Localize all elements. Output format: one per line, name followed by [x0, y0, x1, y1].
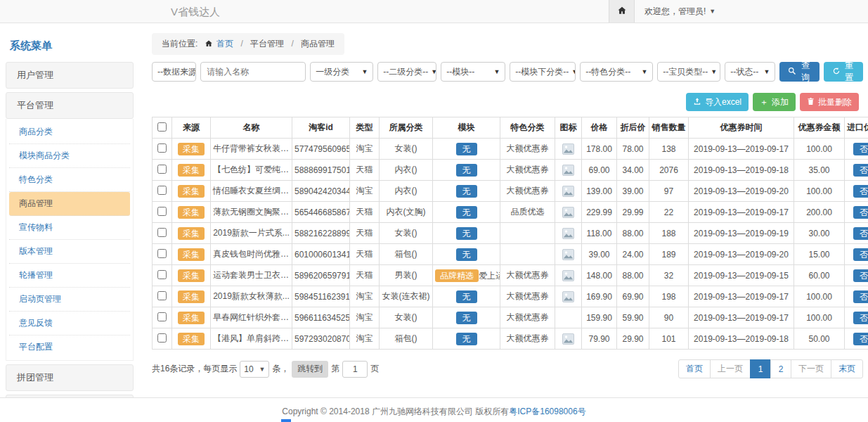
sidebar-subitem[interactable]: 模块商品分类: [9, 144, 130, 168]
module-cell: 无: [433, 139, 500, 160]
main-content: 当前位置: 首页 / 平台管理 / 商品管理 --数据来源--▼ 一级分类▼ -…: [148, 31, 863, 378]
filter-select[interactable]: --特色分类--▼: [580, 62, 653, 82]
row-checkbox[interactable]: [157, 312, 167, 321]
discount-price: 88.00: [617, 223, 649, 244]
sidebar-item-user-management[interactable]: 用户管理: [6, 62, 134, 89]
import-select-toggle[interactable]: 否: [853, 333, 868, 345]
module-badge: 无: [456, 206, 477, 219]
import-select-toggle[interactable]: 否: [853, 227, 868, 240]
filter-selects: 一级分类▼ --二级分类--▼ --模块--▼ --模块下分类--▼ --特色分…: [310, 62, 775, 82]
coupon-time: 2019-09-13—2019-09-17: [689, 286, 794, 307]
sidebar-subitem[interactable]: 商品管理: [9, 192, 130, 216]
filter-select[interactable]: --模块下分类--▼: [510, 62, 576, 82]
import-select-toggle[interactable]: 否: [853, 269, 868, 282]
sidebar-title: 系统菜单: [6, 31, 134, 58]
coupon-time: 2019-09-13—2019-09-18: [689, 160, 794, 181]
page-button[interactable]: 末页: [831, 359, 863, 378]
page-number-input[interactable]: [342, 361, 368, 378]
row-checkbox[interactable]: [157, 270, 167, 279]
chevron-down-icon: ▼: [259, 366, 265, 373]
filter-bar: --数据来源--▼ 一级分类▼ --二级分类--▼ --模块--▼ --模块下分…: [152, 62, 863, 82]
source-badge: 采集: [178, 143, 205, 155]
discount-price: 29.99: [617, 202, 649, 223]
col-category: 所属分类: [380, 117, 433, 139]
row-checkbox[interactable]: [157, 165, 167, 174]
chevron-down-icon: ▼: [493, 68, 500, 75]
module-cell: 品牌精选爱上运动: [433, 265, 500, 286]
source-badge: 采集: [178, 333, 205, 345]
search-button[interactable]: 查询: [779, 62, 819, 82]
product-thumbnail-cell: [555, 223, 582, 244]
product-image: [562, 143, 574, 155]
filter-select[interactable]: --二级分类--▼: [377, 62, 436, 82]
sidebar-item-platform-management[interactable]: 平台管理: [6, 92, 134, 119]
per-page-select[interactable]: 10▼: [240, 361, 269, 378]
batch-delete-button[interactable]: 批量删除: [800, 93, 859, 111]
table-row: 采集 真皮钱包时尚优雅女士... 601000601341 天猫 箱包() 无 …: [153, 244, 868, 265]
source-badge: 采集: [178, 290, 205, 303]
taoke-id: 598451162391: [292, 286, 350, 307]
chevron-down-icon: ▼: [763, 68, 770, 75]
product-thumbnail-cell: [555, 286, 582, 307]
sales-count: 198: [649, 286, 689, 307]
add-button[interactable]: ＋ 添加: [753, 93, 796, 111]
name-search-input[interactable]: [200, 62, 306, 82]
filter-select[interactable]: 一级分类▼: [310, 62, 373, 82]
row-checkbox[interactable]: [157, 249, 167, 258]
product-type: 淘宝: [350, 328, 380, 350]
coupon-amount: 60.00: [794, 265, 845, 286]
taoke-id: 589620659791: [292, 265, 350, 286]
row-checkbox[interactable]: [157, 186, 167, 195]
row-checkbox[interactable]: [157, 207, 167, 216]
import-select-toggle[interactable]: 否: [853, 312, 868, 324]
select-all-checkbox[interactable]: [157, 122, 167, 132]
sidebar-subitem[interactable]: 商品分类: [9, 120, 130, 144]
import-select-toggle[interactable]: 否: [853, 248, 868, 261]
module-badge: 无: [456, 312, 477, 324]
source-badge: 采集: [178, 164, 205, 177]
table-row: 采集 2019新款一片式系... 588216228899 天猫 女装() 无 …: [153, 223, 868, 244]
sidebar-subitem[interactable]: 宣传物料: [9, 216, 130, 240]
data-source-select[interactable]: --数据来源--▼: [152, 62, 196, 82]
col-icon: 图标: [555, 117, 582, 139]
page-button[interactable]: 1: [750, 359, 771, 378]
row-checkbox[interactable]: [157, 291, 167, 300]
reset-button[interactable]: 重置: [824, 62, 863, 82]
price: 139.00: [582, 181, 617, 202]
sales-count: 97: [649, 181, 689, 202]
import-select-toggle[interactable]: 否: [853, 206, 868, 219]
page-button[interactable]: 2: [770, 359, 791, 378]
import-select-toggle[interactable]: 否: [853, 143, 868, 155]
sidebar-subitem[interactable]: 轮播管理: [9, 264, 130, 288]
home-nav-button[interactable]: [609, 0, 635, 23]
import-select-toggle[interactable]: 否: [853, 164, 868, 177]
row-checkbox[interactable]: [157, 143, 167, 153]
import-excel-button[interactable]: 导入excel: [686, 93, 749, 111]
sidebar-subitem[interactable]: 版本管理: [9, 240, 130, 264]
import-select-toggle[interactable]: 否: [853, 290, 868, 303]
row-checkbox[interactable]: [157, 228, 167, 237]
sidebar-subitem[interactable]: 特色分类: [9, 168, 130, 192]
sidebar-group-item[interactable]: 拼团管理: [6, 364, 134, 391]
filter-select[interactable]: --模块--▼: [441, 62, 505, 82]
product-name: 薄款无钢圈文胸聚拢性...: [211, 202, 292, 223]
row-checkbox[interactable]: [157, 333, 167, 343]
page-button[interactable]: 上一页: [710, 359, 751, 378]
user-menu[interactable]: 欢迎您，管理员! ▼: [635, 6, 715, 18]
filter-select[interactable]: --状态--▼: [725, 62, 775, 82]
sidebar-subitem[interactable]: 意见反馈: [9, 312, 130, 335]
page-button[interactable]: 首页: [678, 359, 711, 378]
special-category: 大额优惠券: [500, 328, 555, 350]
page-button[interactable]: 下一页: [791, 359, 831, 378]
import-select-toggle[interactable]: 否: [853, 185, 868, 198]
sidebar-subitem[interactable]: 启动页管理: [9, 288, 130, 312]
product-image: [562, 333, 574, 345]
col-module: 模块: [433, 117, 500, 139]
breadcrumb-home-link[interactable]: 首页: [216, 39, 233, 49]
sidebar-subitem[interactable]: 平台配置: [9, 335, 130, 359]
icp-link[interactable]: 粤ICP备16098006号: [509, 407, 585, 416]
table-row: 采集 【七色纺】可爱纯棉家... 588869917501 天猫 内衣() 无 …: [153, 160, 868, 181]
filter-select[interactable]: --宝贝类型--▼: [657, 62, 720, 82]
product-name: 早春网红针织外套女春...: [211, 307, 292, 328]
jump-button[interactable]: 跳转到: [292, 361, 328, 378]
